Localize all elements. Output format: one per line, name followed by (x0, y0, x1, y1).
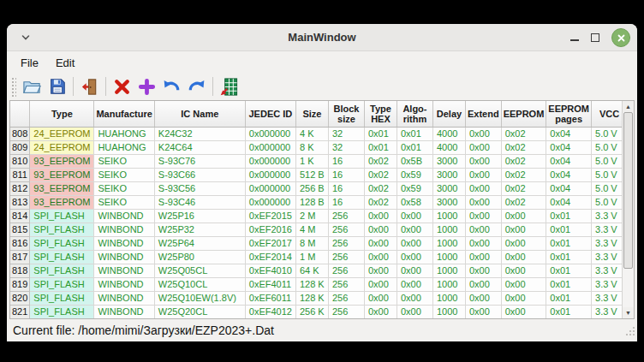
row-number-cell[interactable]: 819 (10, 277, 30, 291)
table-cell[interactable]: 0x00 (364, 291, 397, 305)
resize-grip[interactable] (624, 324, 635, 340)
delete-row-button[interactable] (110, 75, 134, 98)
table-cell[interactable]: 2 M (295, 209, 328, 223)
type-cell[interactable]: 24_EEPROM (30, 127, 94, 140)
table-cell[interactable]: 0x04 (546, 154, 592, 168)
table-cell[interactable]: 0x00 (465, 305, 501, 318)
table-row[interactable]: 821SPI_FLASHWINBONDW25Q20CL0xEF4012256 K… (10, 305, 628, 318)
redo-button[interactable] (185, 75, 208, 98)
table-row[interactable]: 818SPI_FLASHWINBONDW25Q05CL0xEF401064 K2… (10, 264, 628, 277)
table-cell[interactable]: S-93C76 (154, 154, 245, 168)
row-number-cell[interactable]: 818 (10, 264, 30, 277)
table-cell[interactable]: 0x00 (501, 305, 546, 318)
table-cell[interactable]: 128 K (295, 291, 328, 305)
column-header[interactable]: Size (295, 101, 328, 127)
table-cell[interactable]: 0x01 (364, 140, 397, 154)
table-cell[interactable]: WINBOND (94, 223, 154, 236)
type-cell[interactable]: SPI_FLASH (30, 236, 94, 250)
maximize-button[interactable] (591, 33, 599, 42)
column-header[interactable]: Manufacture (94, 101, 154, 127)
table-cell[interactable]: 0x01 (546, 305, 592, 318)
table-cell[interactable]: 16 (328, 154, 364, 168)
table-cell[interactable]: 64 K (295, 264, 328, 277)
type-cell[interactable]: 93_EEPROM (30, 181, 94, 195)
table-cell[interactable]: 0x00 (501, 209, 546, 223)
table-row[interactable]: 816SPI_FLASHWINBONDW25P640xEF20178 M2560… (10, 236, 628, 250)
column-header[interactable]: Type (30, 101, 94, 127)
table-cell[interactable]: 0x000000 (245, 140, 295, 154)
table-cell[interactable]: 0x00 (397, 305, 432, 318)
table-cell[interactable]: 0x04 (546, 140, 592, 154)
table-cell[interactable]: SEIKO (94, 195, 154, 209)
table-cell[interactable]: 0x00 (501, 223, 546, 236)
table-cell[interactable]: WINBOND (94, 277, 154, 291)
open-file-button[interactable] (21, 75, 44, 98)
row-number-cell[interactable]: 812 (10, 181, 30, 195)
type-cell[interactable]: SPI_FLASH (30, 264, 94, 277)
table-cell[interactable]: 0x000000 (245, 195, 295, 209)
row-number-cell[interactable]: 808 (10, 127, 30, 140)
type-cell[interactable]: 93_EEPROM (30, 154, 94, 168)
table-cell[interactable]: 1000 (432, 305, 465, 318)
table-cell[interactable]: 0x01 (546, 209, 592, 223)
table-cell[interactable]: W25P64 (154, 236, 245, 250)
type-cell[interactable]: SPI_FLASH (30, 223, 94, 236)
table-cell[interactable]: 0x00 (364, 250, 397, 264)
table-cell[interactable]: W25Q20CL (154, 305, 245, 318)
row-number-cell[interactable]: 816 (10, 236, 30, 250)
table-cell[interactable]: 0xEF2016 (245, 223, 295, 236)
table-cell[interactable]: 256 (328, 291, 364, 305)
close-button[interactable] (611, 28, 630, 47)
row-number-cell[interactable]: 811 (10, 168, 30, 181)
table-row[interactable]: 81393_EEPROMSEIKOS-93C460x000000128 B160… (10, 195, 628, 209)
table-cell[interactable]: 0x00 (397, 223, 432, 236)
table-cell[interactable]: HUAHONG (94, 127, 154, 140)
table-cell[interactable]: WINBOND (94, 264, 154, 277)
column-header[interactable]: Delay (432, 101, 465, 127)
column-header[interactable]: EEPROM pages (546, 101, 592, 127)
table-cell[interactable]: 1000 (432, 236, 465, 250)
table-cell[interactable]: 0x04 (546, 195, 592, 209)
table-cell[interactable]: 0x02 (364, 154, 397, 168)
table-cell[interactable]: 0x01 (546, 223, 592, 236)
table-cell[interactable]: 128 K (295, 277, 328, 291)
table-cell[interactable]: 0x00 (465, 168, 501, 181)
table-cell[interactable]: 0x00 (465, 195, 501, 209)
table-cell[interactable]: WINBOND (94, 291, 154, 305)
table-cell[interactable]: 0x00 (501, 291, 546, 305)
table-cell[interactable]: K24C64 (154, 140, 245, 154)
table-cell[interactable]: 256 (328, 250, 364, 264)
table-cell[interactable]: 16 (328, 168, 364, 181)
table-cell[interactable]: 0x59 (397, 168, 432, 181)
table-cell[interactable]: 0x02 (364, 168, 397, 181)
table-cell[interactable]: 256 (328, 236, 364, 250)
table-cell[interactable]: 0x01 (546, 236, 592, 250)
table-cell[interactable]: 256 (328, 223, 364, 236)
row-number-cell[interactable]: 809 (10, 140, 30, 154)
table-row[interactable]: 820SPI_FLASHWINBONDW25Q10EW(1.8V)0xEF601… (10, 291, 628, 305)
table-cell[interactable]: 0x00 (501, 277, 546, 291)
table-cell[interactable]: 0x02 (364, 181, 397, 195)
table-cell[interactable]: 256 (328, 305, 364, 318)
scroll-down-button[interactable]: ▼ (623, 307, 634, 318)
table-row[interactable]: 80924_EEPROMHUAHONGK24C640x0000008 K320x… (10, 140, 628, 154)
table-cell[interactable]: 1000 (432, 291, 465, 305)
table-cell[interactable]: WINBOND (94, 236, 154, 250)
add-row-button[interactable] (135, 75, 158, 98)
table-row[interactable]: 81193_EEPROMSEIKOS-93C660x000000512 B160… (10, 168, 628, 181)
toolbar-drag-handle[interactable] (10, 76, 16, 97)
row-number-cell[interactable]: 815 (10, 223, 30, 236)
table-cell[interactable]: 16 (328, 181, 364, 195)
row-number-cell[interactable]: 820 (10, 291, 30, 305)
column-header[interactable] (10, 101, 30, 127)
minimize-button[interactable] (570, 39, 579, 41)
table-cell[interactable]: 16 (328, 195, 364, 209)
table-cell[interactable]: 0x00 (364, 277, 397, 291)
table-cell[interactable]: 0x00 (465, 154, 501, 168)
export-excel-button[interactable] (218, 75, 241, 98)
table-cell[interactable]: 0x02 (501, 195, 546, 209)
table-cell[interactable]: 0x00 (465, 250, 501, 264)
table-cell[interactable]: 0x00 (501, 264, 546, 277)
type-cell[interactable]: SPI_FLASH (30, 250, 94, 264)
table-cell[interactable]: 1000 (432, 250, 465, 264)
